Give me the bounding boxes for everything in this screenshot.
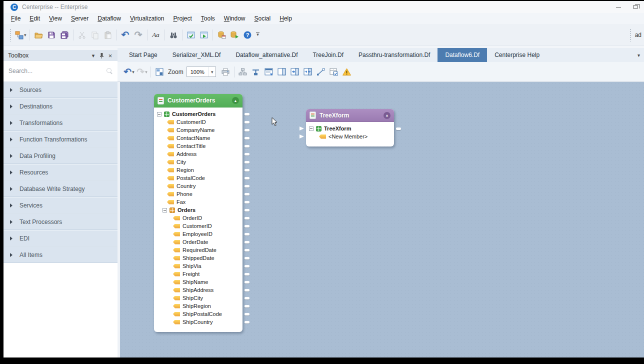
tree-row[interactable]: Freight — [154, 270, 242, 278]
menu-item[interactable]: Edit — [25, 14, 44, 24]
canvas-redo-button[interactable]: ↷▾ — [136, 65, 148, 79]
tree-row[interactable]: RequiredDate — [154, 246, 242, 254]
tree-row[interactable]: OrderDate — [154, 238, 242, 246]
save-all-button[interactable] — [58, 28, 71, 42]
canvas-undo-button[interactable]: ↶▾ — [122, 65, 136, 79]
menu-item[interactable]: Server — [66, 14, 93, 24]
document-tab[interactable]: Start Page — [122, 48, 165, 62]
dataflow-canvas[interactable]: CustomerOrders ▲ CustomerOrders — [118, 82, 644, 358]
tab-list-dropdown-button[interactable]: ▾ — [634, 48, 644, 62]
paste-button[interactable] — [102, 28, 114, 42]
tree-row[interactable]: Phone — [154, 190, 242, 198]
database-schedule-button[interactable] — [215, 28, 228, 42]
layout-org-chart-button[interactable] — [236, 65, 250, 79]
toolbox-category[interactable]: Resources — [4, 164, 118, 180]
tree-row[interactable]: Fax — [154, 198, 242, 206]
document-tab[interactable]: Dataflow6.Df — [438, 48, 487, 62]
tree-row[interactable]: CompanyName — [154, 126, 242, 134]
tree-row[interactable]: Region — [154, 166, 242, 174]
toolbox-category[interactable]: Function Transformations — [4, 131, 118, 148]
collapse-node-button[interactable]: ▲ — [384, 112, 390, 119]
toolbox-category[interactable]: Destinations — [4, 98, 118, 114]
toolbox-category[interactable]: Sources — [4, 82, 118, 98]
new-dropdown-caret-icon[interactable]: ▾ — [24, 32, 26, 38]
menu-item[interactable]: Virtualization — [126, 14, 169, 24]
menu-item[interactable]: Window — [220, 14, 250, 24]
menu-item[interactable]: Tools — [196, 14, 220, 24]
document-tab[interactable]: Dataflow_alternative.Df — [228, 48, 305, 62]
undo-button[interactable]: ↶ — [119, 28, 132, 42]
toolbox-menu-button[interactable]: ▾ — [89, 52, 98, 60]
undo-dropdown-caret-icon[interactable]: ▾ — [132, 70, 134, 74]
help-button[interactable]: ? — [241, 28, 254, 42]
open-button[interactable] — [32, 28, 45, 42]
tree-row[interactable]: ShipRegion — [154, 302, 242, 310]
menu-item[interactable]: Dataflow — [93, 14, 126, 24]
tree-row[interactable]: Country — [154, 182, 242, 190]
zoom-dropdown-caret-icon[interactable]: ▾ — [208, 67, 216, 76]
panel-right-button[interactable] — [276, 65, 288, 79]
tree-row[interactable]: ShipCity — [154, 294, 242, 302]
font-options-button[interactable]: Aa — [150, 28, 162, 42]
draw-link-button[interactable] — [314, 65, 328, 79]
copy-button[interactable] — [88, 28, 102, 42]
node-treexform[interactable]: TreeXform ▲ TreeXform — [306, 109, 394, 146]
tree-row[interactable]: CustomerID — [154, 118, 242, 126]
redo-dropdown-caret-icon[interactable]: ▾ — [145, 70, 148, 74]
tree-row[interactable]: ShipPostalCode — [154, 310, 242, 318]
node-header[interactable]: TreeXform ▲ — [306, 109, 394, 122]
toolbox-category[interactable]: Services — [4, 197, 118, 214]
panel-expand-button[interactable] — [288, 65, 302, 79]
tree-row[interactable]: CustomerOrders — [154, 110, 242, 118]
save-button[interactable] — [45, 28, 58, 42]
warnings-button[interactable] — [340, 65, 354, 79]
tree-row[interactable]: City — [154, 158, 242, 166]
layout-tree-button[interactable] — [250, 65, 262, 79]
tree-row[interactable]: Address — [154, 150, 242, 158]
run-dataflow-button[interactable] — [228, 28, 241, 42]
menu-item[interactable]: View — [44, 14, 66, 24]
panel-expand-all-button[interactable] — [302, 65, 314, 79]
menu-item[interactable]: File — [6, 14, 25, 24]
print-button[interactable] — [219, 65, 232, 79]
run-window-button[interactable] — [198, 28, 210, 42]
preview-data-button[interactable] — [328, 65, 340, 79]
menu-item[interactable]: Social — [250, 14, 276, 24]
toolbox-category[interactable]: Transformations — [4, 114, 118, 131]
document-tab[interactable]: Centerprise Help — [487, 48, 547, 62]
tree-row[interactable]: ShipCountry — [154, 318, 242, 326]
collapse-expander-icon[interactable] — [162, 208, 167, 212]
toolbox-category[interactable]: Data Profiling — [4, 148, 118, 164]
tree-row[interactable]: <New Member> — [306, 132, 394, 140]
restore-button[interactable] — [627, 1, 644, 13]
tree-row[interactable]: CustomerID — [154, 222, 242, 230]
toolbox-category[interactable]: Database Write Strategy — [4, 180, 118, 197]
collapse-expander-icon[interactable] — [157, 112, 162, 116]
menu-item[interactable]: Help — [275, 14, 296, 24]
document-tab[interactable]: Passthru-transformation.Df — [351, 48, 438, 62]
search-input[interactable] — [8, 68, 106, 74]
zoom-select[interactable]: 100% ▾ — [186, 66, 216, 77]
tree-row[interactable]: ShipName — [154, 278, 242, 286]
document-tab[interactable]: Serializer_XML.Df — [165, 48, 228, 62]
tree-row[interactable]: EmployeeID — [154, 230, 242, 238]
tree-row[interactable]: ShipVia — [154, 262, 242, 270]
menu-item[interactable]: Project — [168, 14, 196, 24]
tree-row[interactable]: Orders — [154, 206, 242, 214]
new-dataflow-button[interactable]: ▾ — [14, 28, 28, 42]
layout-list-button[interactable] — [262, 65, 276, 79]
toolbox-category[interactable]: EDI — [4, 230, 118, 246]
toolbox-close-button[interactable]: × — [106, 52, 114, 60]
minimize-button[interactable] — [610, 1, 627, 13]
redo-button[interactable]: ↷ — [132, 28, 145, 42]
find-button[interactable] — [167, 28, 180, 42]
tree-row[interactable]: TreeXform — [306, 124, 394, 132]
tree-row[interactable]: OrderID — [154, 214, 242, 222]
toolbox-pin-button[interactable] — [98, 52, 106, 60]
tree-row[interactable]: PostalCode — [154, 174, 242, 182]
toolbox-category[interactable]: Text Processors — [4, 214, 118, 230]
toolbox-category[interactable]: All Items — [4, 246, 118, 263]
node-customer-orders[interactable]: CustomerOrders ▲ CustomerOrders — [154, 94, 242, 332]
collapse-expander-icon[interactable] — [309, 126, 314, 131]
validate-window-button[interactable] — [184, 28, 198, 42]
